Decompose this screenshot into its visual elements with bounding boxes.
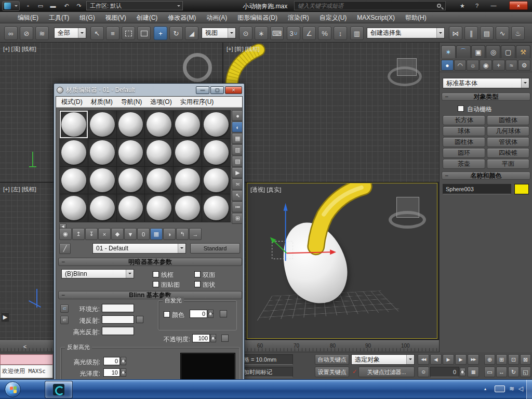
wire-checkbox[interactable]: [153, 271, 159, 277]
menu-animation[interactable]: 动画(A): [201, 12, 232, 23]
menu-modifiers[interactable]: 修改器(M): [163, 12, 201, 23]
put-material-icon[interactable]: ↥: [72, 228, 85, 240]
collapse-trackbar-icon[interactable]: <: [21, 343, 29, 351]
tube-button[interactable]: 管状体: [487, 137, 529, 147]
object-color-swatch[interactable]: [514, 184, 529, 194]
geosphere-button[interactable]: 几何球体: [487, 126, 529, 136]
lock-diffuse-specular-icon[interactable]: ⊂: [60, 316, 69, 324]
window-minimize-button[interactable]: —: [487, 1, 500, 10]
show-desktop-button[interactable]: [526, 380, 532, 399]
material-type-button[interactable]: Standard: [190, 243, 240, 254]
menu-customize[interactable]: 自定义(U): [314, 12, 352, 23]
specular-color-swatch[interactable]: [102, 327, 134, 335]
background-icon[interactable]: ▦: [232, 133, 243, 144]
shader-rollout[interactable]: − 明暗器基本参数: [58, 258, 242, 266]
reference-coordinate-dropdown[interactable]: 视图: [202, 28, 236, 38]
me-menu-utilities[interactable]: 实用程序(U): [176, 98, 218, 107]
material-sample-slot[interactable]: [145, 111, 173, 138]
category-helpers-icon[interactable]: +: [493, 60, 505, 71]
two-sided-checkbox[interactable]: [194, 271, 201, 277]
material-editor-window[interactable]: 材质编辑器 - 01 - Default — ▢ × 模式(D) 材质(M) 导…: [54, 83, 245, 399]
go-to-start-icon[interactable]: ◀◀: [418, 354, 429, 365]
torus-button[interactable]: 圆环: [443, 148, 485, 158]
viewport-perspective[interactable]: [透视] [真实]: [247, 183, 437, 339]
go-to-end-icon[interactable]: ▶▶: [468, 354, 479, 365]
snaps-toggle-icon[interactable]: 3 ∪: [287, 26, 300, 40]
selfillum-color-checkbox[interactable]: [164, 311, 170, 317]
key-selection-dropdown[interactable]: 选定对象: [351, 354, 415, 365]
tab-motion-icon[interactable]: ◎: [486, 45, 500, 58]
material-sample-slot[interactable]: [202, 167, 230, 194]
tray-keyboard-icon[interactable]: [495, 385, 505, 392]
zoom-icon[interactable]: ⊕: [484, 354, 495, 365]
shader-type-dropdown[interactable]: (B)Blinn: [61, 269, 134, 278]
percent-snap-icon[interactable]: %: [318, 26, 331, 40]
me-minimize-button[interactable]: —: [196, 86, 209, 94]
tray-expand-icon[interactable]: ▴: [484, 387, 486, 391]
tab-display-icon[interactable]: ▢: [501, 45, 515, 58]
specular-level-spinner[interactable]: [121, 357, 126, 365]
make-preview-icon[interactable]: ▶: [232, 167, 243, 178]
autogrid-checkbox[interactable]: [458, 105, 464, 112]
material-sample-slot[interactable]: [88, 167, 116, 194]
material-sample-slot[interactable]: [117, 167, 145, 194]
orbit-icon[interactable]: ↻: [508, 367, 519, 377]
sphere-top-view[interactable]: [183, 53, 212, 82]
taskbar-3dsmax-button[interactable]: [45, 381, 73, 398]
material-sample-slot[interactable]: [60, 194, 88, 222]
video-color-check-icon[interactable]: ▧: [232, 156, 243, 167]
redo-icon[interactable]: ↷: [74, 2, 84, 10]
frame-spinner[interactable]: [460, 368, 466, 376]
material-sample-slot[interactable]: [117, 139, 145, 166]
sphere-button[interactable]: 球体: [443, 126, 485, 136]
material-sample-slot[interactable]: [174, 139, 202, 166]
ambient-color-swatch[interactable]: [102, 304, 134, 312]
select-and-scale-icon[interactable]: ◢: [185, 26, 198, 40]
maximize-viewport-icon[interactable]: ◱: [520, 367, 531, 377]
open-file-icon[interactable]: ▭: [35, 2, 46, 10]
auto-key-button[interactable]: 自动关键点: [315, 354, 349, 365]
reset-map-icon[interactable]: ×: [98, 228, 111, 240]
window-close-button[interactable]: ×: [509, 1, 528, 10]
me-menu-modes[interactable]: 模式(D): [57, 98, 87, 107]
select-object-icon[interactable]: ↖: [90, 26, 104, 40]
assign-material-icon[interactable]: ↧: [85, 228, 98, 240]
menu-edit[interactable]: 编辑(E): [12, 12, 44, 23]
blinn-rollout[interactable]: − Blinn 基本参数: [58, 291, 242, 299]
maxscript-listener[interactable]: 欢迎使用 MAXSc: [0, 365, 53, 378]
plane-button[interactable]: 平面: [487, 159, 529, 169]
rectangular-selection-region-icon[interactable]: [122, 26, 135, 40]
material-sample-slot[interactable]: [145, 139, 173, 166]
me-menu-options[interactable]: 选项(O): [146, 98, 176, 107]
zoom-extents-icon[interactable]: ⊡: [508, 354, 519, 365]
tray-volume-icon[interactable]: ◁: [518, 385, 523, 392]
named-selection-sets-dropdown[interactable]: 创建选择集: [367, 28, 445, 38]
glossiness-spinner[interactable]: [121, 368, 126, 377]
opacity-spinner[interactable]: [210, 334, 216, 342]
menu-create[interactable]: 创建(C): [131, 12, 163, 23]
key-mode-toggle-icon[interactable]: ⊙: [418, 367, 429, 377]
curve-editor-icon[interactable]: ∿: [496, 26, 509, 40]
primitive-category-dropdown[interactable]: 标准基本体: [443, 78, 529, 88]
bind-to-space-warp-icon[interactable]: ≋: [35, 26, 49, 40]
material-sample-slot[interactable]: [174, 167, 202, 194]
sample-tiling-icon[interactable]: ▥: [232, 144, 243, 155]
next-frame-icon[interactable]: ▶: [455, 354, 467, 365]
box-button[interactable]: 长方体: [443, 115, 485, 125]
sample-type-icon[interactable]: ●: [232, 110, 243, 121]
menu-help[interactable]: 帮助(H): [400, 12, 432, 23]
tab-utilities-icon[interactable]: ⚒: [516, 45, 530, 58]
make-unique-icon[interactable]: ◆: [111, 228, 124, 240]
name-color-rollout[interactable]: − 名称和颜色: [442, 171, 530, 180]
specular-level-field[interactable]: 0: [103, 357, 120, 365]
material-id-channel-icon[interactable]: 0: [137, 228, 150, 240]
previous-frame-icon[interactable]: ◀: [430, 354, 442, 365]
material-sample-slot[interactable]: [202, 139, 230, 166]
key-filters-button[interactable]: 关键点过滤器...: [358, 367, 415, 377]
keyboard-shortcut-override-icon[interactable]: ⌨: [270, 26, 284, 40]
material-sample-slot[interactable]: [60, 167, 88, 194]
get-material-icon[interactable]: ◉: [59, 228, 72, 240]
selection-filter-dropdown[interactable]: 全部: [54, 28, 86, 38]
start-button[interactable]: [5, 381, 21, 397]
backlight-icon[interactable]: ◐: [232, 122, 243, 132]
